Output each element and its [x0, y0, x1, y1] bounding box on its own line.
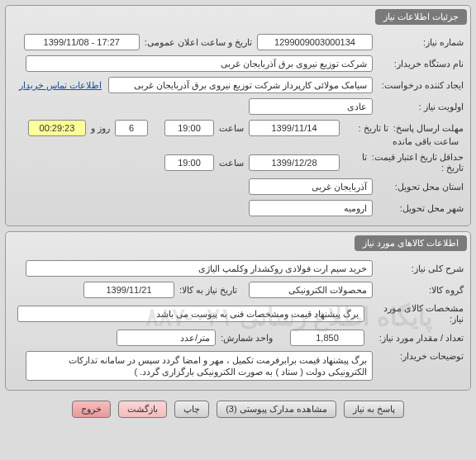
label-remain: ساعت باقی مانده [388, 136, 464, 147]
row-spec: مشخصات کالای مورد نیاز: برگ پیشنهاد قیمت… [12, 301, 464, 327]
label-saat2: ساعت [214, 158, 249, 168]
field-need-by: 1399/11/21 [83, 282, 174, 298]
exit-button[interactable]: خروج [72, 401, 111, 418]
label-creator: ایجاد کننده درخواست: [373, 80, 464, 91]
field-qty: 1,850 [290, 330, 364, 346]
field-general-desc: خرید سیم ارت فولادی روکشدار وکلمپ الیاژی [26, 260, 373, 277]
field-deadline-time: 19:00 [164, 120, 214, 136]
row-qty: تعداد / مقدار مورد نیاز: 1,850 واحد شمار… [12, 327, 464, 349]
label-buyer-notes: توضیحات خریدار: [373, 351, 464, 362]
field-unit: متر/عدد [117, 330, 216, 346]
row-need-no: شماره نیاز: 1299009003000134 تاریخ و ساع… [12, 31, 464, 53]
row-buyer: نام دستگاه خریدار: شرکت توزیع نیروی برق … [12, 53, 464, 74]
field-remain-days: 6 [115, 120, 148, 136]
label-need-by: تاریخ نیاز به کالا: [174, 285, 249, 296]
field-spec: برگ پیشنهاد قیمت ومشخصات فنی به پیوست می… [17, 306, 364, 322]
row-general-desc: شرح کلی نیاز: خرید سیم ارت فولادی روکشدا… [12, 258, 464, 279]
contact-link[interactable]: اطلاعات تماس خریدار [19, 80, 102, 91]
label-announce: تاریخ و ساعت اعلان عمومی: [140, 37, 257, 48]
goods-info-title: اطلاعات کالاهای مورد نیاز [355, 235, 467, 251]
field-province: آذربایجان غربی [249, 178, 373, 195]
field-remain-time: 00:29:23 [28, 120, 86, 136]
label-valid: حداقل تاریخ اعتبار قیمت: تا تاریخ : [340, 152, 464, 173]
label-deadline: مهلت ارسال پاسخ: تا تاریخ : [340, 123, 464, 134]
respond-button[interactable]: پاسخ به نیاز [344, 401, 404, 418]
label-unit: واحد شمارش: [216, 333, 290, 344]
row-creator: ایجاد کننده درخواست: سیامک مولائی کارپرد… [12, 74, 464, 96]
field-buyer: شرکت توزیع نیروی برق آذربایجان غربی [26, 55, 373, 72]
label-roozva: روز و [86, 123, 115, 134]
label-province: استان محل تحویل: [373, 182, 464, 192]
need-info-title: جزئیات اطلاعات نیاز [375, 9, 467, 25]
field-deadline-date: 1399/11/14 [249, 120, 340, 136]
label-city: شهر محل تحویل: [373, 203, 464, 214]
label-qty: تعداد / مقدار مورد نیاز: [364, 333, 464, 344]
label-buyer: نام دستگاه خریدار: [373, 59, 464, 69]
row-priority: اولویت نیاز : عادی [12, 96, 464, 117]
field-valid-time: 19:00 [164, 154, 214, 171]
label-saat1: ساعت [214, 123, 249, 134]
row-city: شهر محل تحویل: ارومیه [12, 197, 464, 219]
row-valid: حداقل تاریخ اعتبار قیمت: تا تاریخ : 1399… [12, 149, 464, 176]
field-announce: 1399/11/08 - 17:27 [24, 34, 140, 50]
print-button[interactable]: چاپ [174, 401, 209, 418]
field-buyer-notes: برگ پیشنهاد قیمت برابرفرمت تکمیل ، مهر و… [26, 351, 373, 381]
field-creator: سیامک مولائی کارپرداز شرکت توزیع نیروی ب… [108, 77, 373, 93]
field-city: ارومیه [249, 200, 373, 216]
label-priority: اولویت نیاز : [373, 102, 464, 112]
field-valid-date: 1399/12/28 [249, 154, 340, 171]
label-need-no: شماره نیاز: [373, 37, 464, 48]
row-buyer-notes: توضیحات خریدار: برگ پیشنهاد قیمت برابرفر… [12, 349, 464, 383]
need-info-panel: جزئیات اطلاعات نیاز شماره نیاز: 12990090… [5, 5, 471, 226]
row-group: گروه کالا: محصولات الکترونیکی تاریخ نیاز… [12, 279, 464, 301]
goods-info-panel: پایگاه اطلاع رسانی ۰۲۱-۸۸۷ اطلاعات کالاه… [5, 231, 471, 391]
field-priority: عادی [249, 98, 373, 115]
attachments-button[interactable]: مشاهده مدارک پیوستی (3) [217, 401, 336, 418]
label-spec: مشخصات کالای مورد نیاز: [364, 303, 464, 325]
label-general-desc: شرح کلی نیاز: [373, 263, 464, 274]
button-bar: پاسخ به نیاز مشاهده مدارک پیوستی (3) چاپ… [0, 396, 476, 426]
field-group: محصولات الکترونیکی [249, 282, 373, 298]
field-need-no: 1299009003000134 [257, 34, 373, 50]
row-deadline: مهلت ارسال پاسخ: تا تاریخ : 1399/11/14 س… [12, 117, 464, 149]
row-province: استان محل تحویل: آذربایجان غربی [12, 176, 464, 197]
back-button[interactable]: بازگشت [118, 401, 167, 418]
label-group: گروه کالا: [373, 285, 464, 296]
